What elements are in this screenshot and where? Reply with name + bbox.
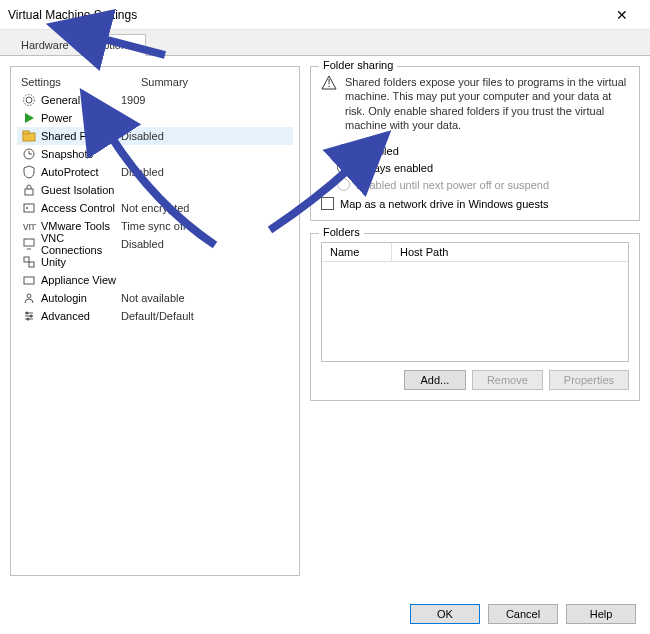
list-item[interactable]: Guest Isolation bbox=[17, 181, 293, 199]
radio-always-enabled[interactable]: Always enabled bbox=[321, 159, 629, 176]
svg-text:!: ! bbox=[327, 77, 330, 89]
list-item[interactable]: General1909 bbox=[17, 91, 293, 109]
list-item-summary: Disabled bbox=[121, 166, 289, 178]
list-item-summary: Not encrypted bbox=[121, 202, 289, 214]
remove-button: Remove bbox=[472, 370, 543, 390]
folder-icon bbox=[21, 128, 37, 144]
help-button[interactable]: Help bbox=[566, 604, 636, 624]
radio-disabled-label: Disabled bbox=[356, 145, 399, 157]
tabs: Hardware Options bbox=[0, 30, 650, 56]
list-item[interactable]: VNC ConnectionsDisabled bbox=[17, 235, 293, 253]
folder-sharing-group: Folder sharing ! Shared folders expose y… bbox=[310, 66, 640, 221]
svg-point-17 bbox=[27, 294, 31, 298]
monitor-icon bbox=[21, 236, 37, 252]
svg-rect-8 bbox=[25, 189, 33, 195]
tab-hardware[interactable]: Hardware bbox=[8, 34, 82, 55]
svg-rect-4 bbox=[23, 131, 29, 134]
folders-table[interactable]: Name Host Path bbox=[321, 242, 629, 362]
list-item-label: Power bbox=[41, 112, 72, 124]
svg-point-1 bbox=[24, 95, 35, 106]
key-icon bbox=[21, 200, 37, 216]
list-item-label: Snapshots bbox=[41, 148, 93, 160]
list-item-label: VMware Tools bbox=[41, 220, 110, 232]
svg-rect-15 bbox=[29, 262, 34, 267]
radio-until-poweroff: Enabled until next power off or suspend bbox=[321, 176, 629, 193]
list-item[interactable]: Access ControlNot encrypted bbox=[17, 199, 293, 217]
shield-icon bbox=[21, 164, 37, 180]
svg-rect-12 bbox=[24, 239, 34, 246]
list-item[interactable]: Power bbox=[17, 109, 293, 127]
dialog-buttons: OK Cancel Help bbox=[410, 604, 636, 624]
list-item[interactable]: Shared FoldersDisabled bbox=[17, 127, 293, 145]
svg-point-21 bbox=[26, 312, 29, 315]
list-header: Settings Summary bbox=[17, 73, 293, 91]
svg-rect-16 bbox=[24, 277, 34, 284]
checkbox-map-drive[interactable]: Map as a network drive in Windows guests bbox=[321, 193, 629, 210]
properties-button: Properties bbox=[549, 370, 629, 390]
warning-text: Shared folders expose your files to prog… bbox=[345, 75, 629, 132]
list-item-label: Advanced bbox=[41, 310, 90, 322]
list-item-label: Guest Isolation bbox=[41, 184, 114, 196]
folders-col-hostpath: Host Path bbox=[392, 243, 628, 261]
header-settings: Settings bbox=[21, 76, 141, 88]
folders-col-name: Name bbox=[322, 243, 392, 261]
radio-icon bbox=[337, 178, 350, 191]
box-icon bbox=[21, 272, 37, 288]
svg-rect-14 bbox=[24, 257, 29, 262]
list-item[interactable]: AutoProtectDisabled bbox=[17, 163, 293, 181]
list-item-label: VNC Connections bbox=[41, 232, 121, 256]
cancel-button[interactable]: Cancel bbox=[488, 604, 558, 624]
advanced-icon bbox=[21, 308, 37, 324]
titlebar: Virtual Machine Settings ✕ bbox=[0, 0, 650, 30]
checkbox-icon bbox=[321, 197, 334, 210]
ok-button[interactable]: OK bbox=[410, 604, 480, 624]
svg-point-23 bbox=[27, 318, 30, 321]
window-title: Virtual Machine Settings bbox=[8, 8, 602, 22]
list-item[interactable]: AdvancedDefault/Default bbox=[17, 307, 293, 325]
svg-point-22 bbox=[30, 315, 33, 318]
add-button[interactable]: Add... bbox=[404, 370, 466, 390]
list-item-summary: Default/Default bbox=[121, 310, 289, 322]
list-item-label: Shared Folders bbox=[41, 130, 116, 142]
svg-text:vm: vm bbox=[23, 220, 36, 232]
group-title-sharing: Folder sharing bbox=[319, 59, 397, 71]
list-item-summary: Disabled bbox=[121, 238, 289, 250]
clock-icon bbox=[21, 146, 37, 162]
list-item-label: General bbox=[41, 94, 80, 106]
header-summary: Summary bbox=[141, 76, 188, 88]
list-item[interactable]: AutologinNot available bbox=[17, 289, 293, 307]
close-button[interactable]: ✕ bbox=[602, 7, 642, 23]
list-item-label: AutoProtect bbox=[41, 166, 98, 178]
list-item-summary: Disabled bbox=[121, 130, 289, 142]
svg-marker-2 bbox=[25, 113, 34, 123]
user-icon bbox=[21, 290, 37, 306]
radio-icon bbox=[337, 161, 350, 174]
radio-always-label: Always enabled bbox=[356, 162, 433, 174]
radio-icon bbox=[337, 144, 350, 157]
warning-icon: ! bbox=[321, 75, 337, 132]
play-icon bbox=[21, 110, 37, 126]
list-item-label: Access Control bbox=[41, 202, 115, 214]
unity-icon bbox=[21, 254, 37, 270]
tab-options[interactable]: Options bbox=[82, 34, 146, 56]
gear-icon bbox=[21, 92, 37, 108]
list-item[interactable]: Unity bbox=[17, 253, 293, 271]
settings-list: Settings Summary General1909PowerShared … bbox=[10, 66, 300, 576]
radio-disabled[interactable]: Disabled bbox=[321, 142, 629, 159]
list-item-summary: Time sync off bbox=[121, 220, 289, 232]
radio-until-label: Enabled until next power off or suspend bbox=[356, 179, 549, 191]
svg-point-0 bbox=[26, 97, 32, 103]
list-item-summary: 1909 bbox=[121, 94, 289, 106]
list-item-label: Unity bbox=[41, 256, 66, 268]
list-item-label: Appliance View bbox=[41, 274, 116, 286]
svg-rect-9 bbox=[24, 204, 34, 212]
svg-point-10 bbox=[26, 207, 28, 209]
checkbox-map-label: Map as a network drive in Windows guests bbox=[340, 198, 548, 210]
list-item-summary: Not available bbox=[121, 292, 289, 304]
folders-group: Folders Name Host Path Add... Remove Pro… bbox=[310, 233, 640, 401]
lock-icon bbox=[21, 182, 37, 198]
list-item-label: Autologin bbox=[41, 292, 87, 304]
group-title-folders: Folders bbox=[319, 226, 364, 238]
list-item[interactable]: Snapshots bbox=[17, 145, 293, 163]
list-item[interactable]: Appliance View bbox=[17, 271, 293, 289]
